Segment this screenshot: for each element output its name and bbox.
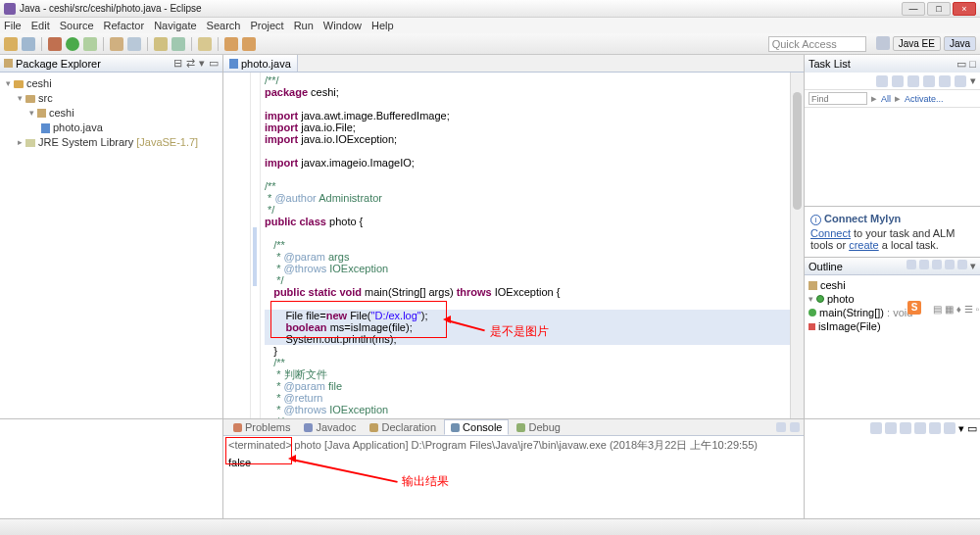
task-find-input[interactable] — [808, 92, 867, 105]
project-icon — [14, 80, 24, 88]
outline-hide-local-icon[interactable] — [957, 260, 967, 269]
task-focus-icon[interactable] — [955, 75, 966, 87]
menu-file[interactable]: File — [4, 20, 22, 31]
task-collapse-icon[interactable] — [939, 75, 951, 87]
task-menu-icon[interactable]: ▾ — [970, 74, 976, 87]
package-explorer-title: Package Explorer — [16, 58, 101, 70]
mylyn-create-link[interactable]: create — [849, 239, 879, 251]
toolbar: Quick Access Java EE Java — [0, 33, 980, 55]
link-editor-icon[interactable]: ⇄ — [186, 57, 195, 70]
br-icon-3[interactable] — [900, 422, 911, 434]
code-editor[interactable]: /**/ package ceshi; import java.awt.imag… — [223, 73, 804, 418]
class-icon — [816, 295, 824, 303]
run-icon[interactable] — [66, 37, 79, 51]
br-icon-1[interactable] — [870, 422, 882, 434]
tab-javadoc[interactable]: Javadoc — [298, 419, 362, 435]
br-icon-6[interactable] — [944, 422, 956, 434]
menu-refactor[interactable]: Refactor — [104, 20, 145, 31]
task-sched-icon[interactable] — [907, 75, 919, 87]
tree-package[interactable]: ▾ceshi — [6, 106, 217, 121]
search-icon[interactable] — [172, 37, 185, 51]
window-title: Java - ceshi/src/ceshi/photo.java - Ecli… — [20, 3, 902, 14]
br-min-icon[interactable]: ▭ — [967, 422, 977, 435]
outline-hide-fields-icon[interactable] — [919, 260, 929, 269]
tree-jre-library[interactable]: ▸JRE System Library [JavaSE-1.7] — [6, 135, 217, 150]
menu-window[interactable]: Window — [323, 20, 362, 31]
minimize-view-icon[interactable]: ▭ — [209, 57, 219, 70]
new-icon[interactable] — [4, 37, 18, 51]
task-min-icon[interactable]: ▭ — [956, 58, 966, 71]
new-package-icon[interactable] — [110, 37, 123, 51]
collapse-all-icon[interactable]: ⊟ — [173, 57, 182, 70]
console-terminate-icon[interactable] — [776, 422, 786, 432]
close-button[interactable]: × — [953, 2, 976, 16]
tree-project[interactable]: ▾ceshi — [6, 76, 217, 91]
debug-tab-icon — [516, 423, 525, 432]
minimize-button[interactable]: — — [902, 2, 925, 16]
outline-package[interactable]: ceshi — [808, 278, 976, 292]
src-folder-icon — [25, 95, 35, 103]
mylyn-connect-panel: iConnect Mylyn Connect to your task and … — [805, 207, 980, 258]
tab-declaration[interactable]: Declaration — [364, 419, 442, 435]
perspective-javaee[interactable]: Java EE — [893, 36, 941, 51]
menu-edit[interactable]: Edit — [31, 20, 50, 31]
outline-isimage-method[interactable]: isImage(File) — [808, 319, 976, 333]
javadoc-icon — [304, 423, 313, 432]
task-sync-icon[interactable] — [923, 75, 935, 87]
nav-fwd-icon[interactable] — [242, 37, 256, 51]
menu-navigate[interactable]: Navigate — [154, 20, 196, 31]
menu-help[interactable]: Help — [371, 20, 394, 31]
console-icon — [451, 423, 460, 432]
package-explorer-icon — [4, 59, 13, 68]
new-class-icon[interactable] — [127, 37, 141, 51]
new-task-icon[interactable] — [876, 75, 888, 87]
outline-sort-icon[interactable] — [906, 260, 916, 269]
java-file-icon — [41, 123, 50, 133]
public-method-icon — [808, 309, 816, 316]
task-max-icon[interactable]: □ — [969, 58, 976, 71]
tab-problems[interactable]: Problems — [227, 419, 296, 435]
editor-tab-photo[interactable]: photo.java — [223, 55, 298, 72]
tree-java-file[interactable]: photo.java — [6, 121, 217, 135]
console-remove-icon[interactable] — [790, 422, 800, 432]
quick-access-input[interactable]: Quick Access — [768, 36, 866, 52]
view-menu-icon[interactable]: ▾ — [199, 57, 205, 70]
br-icon-4[interactable] — [914, 422, 926, 434]
br-menu-icon[interactable]: ▾ — [958, 422, 964, 435]
debug-icon[interactable] — [48, 37, 62, 51]
declaration-icon — [369, 423, 378, 432]
outline-hide-static-icon[interactable] — [932, 260, 942, 269]
task-activate-link[interactable]: Activate... — [905, 94, 944, 104]
mylyn-connect-link[interactable]: Connect — [810, 227, 851, 239]
menu-project[interactable]: Project — [250, 20, 283, 31]
br-icon-2[interactable] — [885, 422, 897, 434]
br-icon-5[interactable] — [929, 422, 941, 434]
tree-src[interactable]: ▾src — [6, 91, 217, 106]
open-perspective-icon[interactable] — [876, 36, 890, 50]
mylyn-title: Connect Mylyn — [824, 213, 901, 224]
tab-debug[interactable]: Debug — [511, 419, 565, 435]
toggle-mark-icon[interactable] — [198, 37, 212, 51]
open-type-icon[interactable] — [154, 37, 168, 51]
outline-title: Outline — [808, 261, 843, 272]
console-view: Problems Javadoc Declaration Console Deb… — [223, 419, 804, 518]
library-icon — [25, 139, 35, 147]
menu-search[interactable]: Search — [207, 20, 241, 31]
right-panel: Task List ▭ □ ▾ ▸ All ▸ Activat — [804, 55, 980, 418]
nav-back-icon[interactable] — [224, 37, 238, 51]
run-last-icon[interactable] — [83, 37, 97, 51]
problems-icon — [233, 423, 242, 432]
menu-run[interactable]: Run — [294, 20, 314, 31]
perspective-java[interactable]: Java — [944, 36, 976, 51]
info-icon: i — [810, 215, 821, 225]
outline-menu-icon[interactable]: ▾ — [970, 260, 976, 272]
outline-hide-nonpublic-icon[interactable] — [945, 260, 955, 269]
annotation-text-2: 输出结果 — [402, 473, 449, 490]
save-icon[interactable] — [22, 37, 35, 51]
task-all-link[interactable]: All — [881, 94, 891, 104]
tab-console[interactable]: Console — [444, 419, 509, 435]
task-cat-icon[interactable] — [892, 75, 904, 87]
maximize-button[interactable]: □ — [927, 2, 951, 16]
editor-scrollbar[interactable] — [790, 73, 804, 418]
menu-source[interactable]: Source — [60, 20, 94, 31]
